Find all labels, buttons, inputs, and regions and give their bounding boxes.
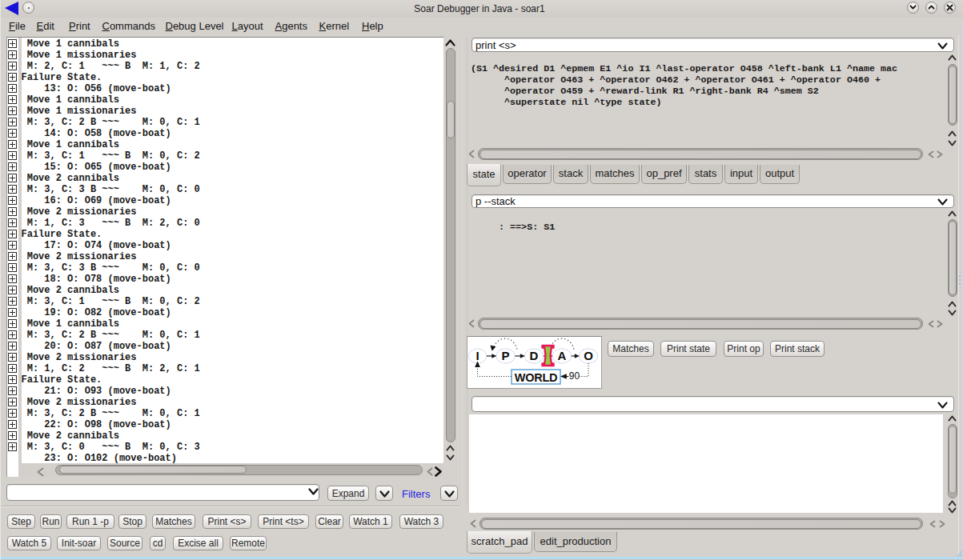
svg-text:WORLD: WORLD — [515, 371, 557, 384]
svg-text:D: D — [530, 349, 539, 362]
svg-text:P: P — [501, 349, 509, 362]
svg-text:O: O — [584, 349, 593, 362]
svg-text:-90: -90 — [566, 370, 580, 382]
svg-text:A: A — [558, 349, 567, 362]
svg-text:I: I — [475, 349, 479, 362]
